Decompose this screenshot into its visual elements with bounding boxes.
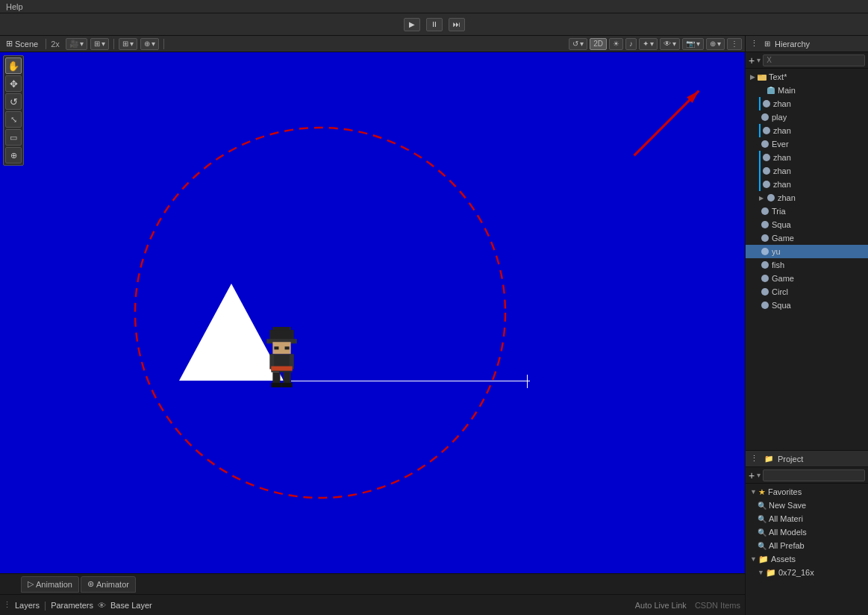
project-add-btn[interactable]: + [749,469,755,481]
search-icon-2: 🔍 [758,515,766,523]
project-dropdown[interactable]: ▾ [757,471,761,479]
lighting-btn[interactable]: ☀ [609,38,623,50]
hand-tool[interactable]: ✋ [5,57,22,74]
rect-tool[interactable]: ▭ [5,129,22,146]
project-search[interactable] [763,469,865,481]
step-button[interactable]: ⏭ [449,18,465,31]
gizmos-btn2[interactable]: ⊕▾ [706,38,725,50]
layers-label[interactable]: Layers [15,601,40,610]
hier-item-fish[interactable]: fish [746,258,868,272]
project-more[interactable]: ⋮ [750,454,758,463]
hier-item-play[interactable]: play [746,110,868,124]
animation-tab[interactable]: ▷ Animation [21,576,79,593]
sphere-icon-zhan5 [762,180,771,189]
cyan-line-1 [759,97,761,110]
hier-item-zhan4[interactable]: zhan [746,164,868,178]
eye-icon: 👁 [98,601,106,610]
svg-point-32 [761,248,769,255]
hier-item-zhan6[interactable]: ▶ zhan [746,191,868,205]
bottom-more[interactable]: ⋮ [3,3,11,13]
scene-viewport[interactable]: ✋ ✥ ↺ ⤡ ▭ ⊕ [0,52,745,573]
auto-live-link[interactable]: Auto Live Link [635,601,687,610]
hier-item-circl[interactable]: Circl [746,285,868,299]
favorites-label: Favorites [768,487,802,496]
proj-all-materi[interactable]: 🔍 All Materi [746,512,868,525]
cyan-line-2 [759,124,761,137]
rotate-tool[interactable]: ↺ [5,93,22,110]
more-options[interactable]: ⋮ [727,38,742,50]
project-panel: ⋮ 📁 Project + ▾ ▼ ★ Favorites 🔍 N [746,451,868,615]
anim-more[interactable]: ⋮ [3,600,11,610]
camera-icon: 🎥 [69,40,78,48]
hierarchy-dropdown[interactable]: ▾ [757,56,761,64]
proj-favorites[interactable]: ▼ ★ Favorites [746,485,868,499]
scene-toolbar: ⊞ Scene 2x 🎥 ▾ ⊞▾ ⊞▾ ⊕▾ ↺▾ 2D ☀ ♪ ✦▾ [0,36,745,52]
hier-item-zhan5[interactable]: zhan [746,178,868,191]
sphere-icon-circl [761,287,769,296]
parameters-label[interactable]: Parameters [51,601,93,610]
scale-tool[interactable]: ⤡ [5,111,22,128]
hier-item-text[interactable]: ▶ Text* [746,70,868,84]
hier-item-game1[interactable]: Game [746,231,868,245]
proj-all-prefab[interactable]: 🔍 All Prefab [746,539,868,552]
audio-btn[interactable]: ♪ [625,38,637,50]
proj-0x72-label: 0x72_16x [778,568,814,577]
2d-toggle[interactable]: 2D [590,38,607,50]
scene-view-btn[interactable]: ⊞▾ [90,38,109,50]
hier-item-game2[interactable]: Game [746,272,868,285]
project-list: ▼ ★ Favorites 🔍 New Save 🔍 All Materi 🔍 [746,484,868,615]
v-tick [527,375,528,388]
hier-item-zhan3[interactable]: zhan [746,151,868,164]
hier-item-zhan2[interactable]: zhan [746,124,868,137]
refresh-btn[interactable]: ↺▾ [569,38,587,50]
transport-bar: ▶ ⏸ ⏭ [0,13,868,36]
hier-item-squa2[interactable]: Squa [746,299,868,312]
hierarchy-header: ⋮ ⊞ Hierarchy [746,36,868,52]
sphere-icon-play [761,113,769,122]
play-button[interactable]: ▶ [404,18,420,31]
hier-name-fish: fish [772,260,784,269]
proj-new-save[interactable]: 🔍 New Save [746,499,868,512]
svg-marker-1 [687,91,699,103]
proj-assets[interactable]: ▼ 📁 Assets [746,552,868,566]
camera-btn2[interactable]: 📷▾ [682,38,704,50]
0x72-arrow: ▼ [758,569,764,576]
effects-btn[interactable]: ✦▾ [639,38,658,50]
camera-mode-btn[interactable]: 🎥 ▾ [66,38,87,50]
overlay-btn[interactable]: 👁▾ [660,38,680,50]
assets-folder-icon: 📁 [758,555,769,564]
hierarchy-search[interactable] [763,54,865,66]
0x72-folder-icon: 📁 [766,568,776,578]
svg-rect-16 [282,383,293,387]
move-tool[interactable]: ✥ [5,75,22,92]
snap-btn[interactable]: ⊞▾ [119,38,137,50]
svg-point-25 [763,154,770,161]
cyan-line-3 [759,151,761,164]
hier-name-zhan6: zhan [778,193,796,202]
cube-icon-main [766,86,775,95]
pause-button[interactable]: ⏸ [426,18,443,31]
animation-label: Animation [36,580,72,589]
hier-item-main[interactable]: Main [746,84,868,97]
hierarchy-add-btn[interactable]: + [749,54,755,66]
hier-item-tria[interactable]: Tria [746,205,868,218]
hier-item-squa1[interactable]: Squa [746,218,868,231]
animator-tab[interactable]: ⊛ Animator [81,576,136,593]
transform-tool[interactable]: ⊕ [5,147,22,163]
proj-0x72[interactable]: ▼ 📁 0x72_16x [746,566,868,579]
sphere-icon-game1 [761,234,769,243]
hierarchy-more[interactable]: ⋮ [750,39,758,49]
gizmo-btn[interactable]: ⊕▾ [140,38,159,50]
svg-rect-19 [767,88,775,94]
scene-tab[interactable]: ⊞ Scene [3,39,41,49]
hier-item-zhan1[interactable]: zhan [746,97,868,110]
project-title: Project [778,455,803,463]
svg-point-26 [763,167,770,175]
hier-name-zhan3: zhan [773,153,791,162]
grid-icon: ⊞ [6,39,13,49]
proj-all-models[interactable]: 🔍 All Models [746,525,868,539]
svg-point-27 [763,181,770,188]
hier-item-ever[interactable]: Ever [746,137,868,151]
hier-item-yu[interactable]: yu [746,245,868,258]
hierarchy-panel: ⋮ ⊞ Hierarchy + ▾ ▶ Text* [746,36,868,451]
